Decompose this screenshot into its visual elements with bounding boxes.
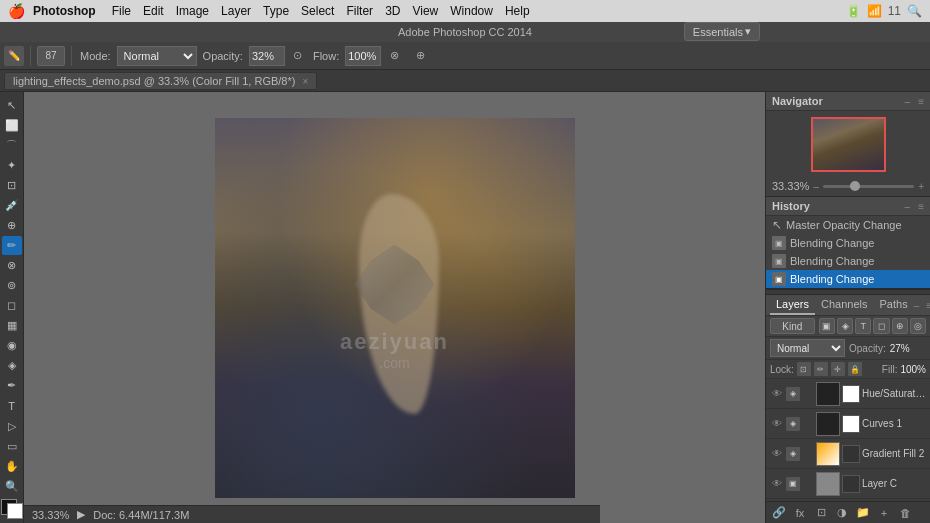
lasso-tool[interactable]: ⌒: [2, 136, 22, 154]
layer-filter-pixel[interactable]: ▣: [819, 318, 835, 334]
hand-tool[interactable]: ✋: [2, 457, 22, 475]
magic-wand-tool[interactable]: ✦: [2, 156, 22, 174]
eyedropper-tool[interactable]: 💉: [2, 196, 22, 214]
opacity-input[interactable]: [249, 46, 285, 66]
tab-paths[interactable]: Paths: [874, 295, 914, 315]
navigator-close-icon[interactable]: –: [905, 96, 911, 107]
mode-select[interactable]: Normal: [117, 46, 197, 66]
layer-kind-filter[interactable]: Kind: [770, 318, 815, 334]
menu-view[interactable]: View: [412, 4, 438, 18]
history-cursor-icon: ↖: [772, 218, 782, 232]
history-close-icon[interactable]: –: [905, 201, 911, 212]
brush-size-btn[interactable]: 87: [37, 46, 65, 66]
layer-visibility-toggle[interactable]: 👁: [770, 477, 784, 491]
layer-link-icon[interactable]: 🔗: [770, 505, 788, 521]
layer-filter-adj[interactable]: ◈: [837, 318, 853, 334]
document-tab[interactable]: lighting_effects_demo.psd @ 33.3% (Color…: [4, 72, 317, 90]
dodge-tool[interactable]: ◈: [2, 357, 22, 375]
history-item-blending-3[interactable]: ▣ Blending Change: [766, 270, 930, 288]
brush-tool-icon[interactable]: ✏️: [4, 46, 24, 66]
add-layer-style-icon[interactable]: fx: [791, 505, 809, 521]
foreground-background-colors[interactable]: [1, 499, 23, 519]
menu-type[interactable]: Type: [263, 4, 289, 18]
blur-tool[interactable]: ◉: [2, 337, 22, 355]
history-item-blending-1[interactable]: ▣ Blending Change: [766, 234, 930, 252]
right-panel: Navigator – ≡ 33.33% – + History: [765, 92, 930, 523]
lock-transparency-icon[interactable]: ⊡: [797, 362, 811, 376]
tab-layers[interactable]: Layers: [770, 295, 815, 315]
menu-edit[interactable]: Edit: [143, 4, 164, 18]
path-select-tool[interactable]: ▷: [2, 417, 22, 435]
zoom-tool[interactable]: 🔍: [2, 477, 22, 495]
tablet-pressure-icon[interactable]: ⊕: [411, 47, 429, 65]
menu-filter[interactable]: Filter: [346, 4, 373, 18]
move-tool[interactable]: ↖: [2, 96, 22, 114]
add-mask-icon[interactable]: ⊡: [812, 505, 830, 521]
tab-channels[interactable]: Channels: [815, 295, 873, 315]
clone-stamp-tool[interactable]: ⊗: [2, 257, 22, 275]
menu-file[interactable]: File: [112, 4, 131, 18]
flow-input[interactable]: [345, 46, 381, 66]
opacity-label: Opacity:: [849, 343, 886, 354]
layer-visibility-toggle[interactable]: 👁: [770, 447, 784, 461]
menu-layer[interactable]: Layer: [221, 4, 251, 18]
crop-tool[interactable]: ⊡: [2, 176, 22, 194]
zoom-arrow-icon[interactable]: ▶: [77, 508, 85, 521]
delete-layer-icon[interactable]: 🗑: [896, 505, 914, 521]
layer-filter-smart[interactable]: ⊕: [892, 318, 908, 334]
eraser-tool[interactable]: ◻: [2, 297, 22, 315]
search-icon[interactable]: 🔍: [907, 4, 922, 18]
lock-all-icon[interactable]: 🔒: [848, 362, 862, 376]
menu-3d[interactable]: 3D: [385, 4, 400, 18]
zoom-in-icon[interactable]: +: [918, 181, 924, 192]
type-tool[interactable]: T: [2, 397, 22, 415]
create-group-icon[interactable]: 📁: [854, 505, 872, 521]
essentials-button[interactable]: Essentials ▾: [684, 22, 760, 41]
layer-filter-toggle[interactable]: ◎: [910, 318, 926, 334]
zoom-slider-thumb[interactable]: [850, 181, 860, 191]
canvas-area[interactable]: aeziyuan .com 33.33% ▶ Doc: 6.44M/117.3M: [24, 92, 765, 523]
brush-tool[interactable]: ✏: [2, 236, 22, 254]
layers-close-icon[interactable]: –: [914, 300, 920, 311]
layer-item-gradient-fill[interactable]: 👁 ◈ Gradient Fill 2: [766, 439, 930, 469]
navigator-menu-icon[interactable]: ≡: [918, 96, 924, 107]
create-layer-icon[interactable]: +: [875, 505, 893, 521]
create-adjustment-icon[interactable]: ◑: [833, 505, 851, 521]
layer-item-layer-c[interactable]: 👁 ▣ Layer C: [766, 469, 930, 499]
layer-visibility-toggle[interactable]: 👁: [770, 387, 784, 401]
history-menu-icon[interactable]: ≡: [918, 201, 924, 212]
layer-name-label: Gradient Fill 2: [862, 448, 926, 459]
layer-item-hue-saturation[interactable]: 👁 ◈ Hue/Saturation 1: [766, 379, 930, 409]
pen-tool[interactable]: ✒: [2, 377, 22, 395]
menu-image[interactable]: Image: [176, 4, 209, 18]
layer-filter-shape[interactable]: ◻: [873, 318, 889, 334]
lock-pixels-icon[interactable]: ✏: [814, 362, 828, 376]
lock-position-icon[interactable]: ✛: [831, 362, 845, 376]
menu-select[interactable]: Select: [301, 4, 334, 18]
apple-menu-icon[interactable]: 🍎: [8, 3, 25, 19]
marquee-tool[interactable]: ⬜: [2, 116, 22, 134]
layer-filter-type[interactable]: T: [855, 318, 871, 334]
history-item-blending-2[interactable]: ▣ Blending Change: [766, 252, 930, 270]
airbrush-icon[interactable]: ⊙: [289, 47, 307, 65]
menu-help[interactable]: Help: [505, 4, 530, 18]
layer-item-curves[interactable]: 👁 ◈ Curves 1: [766, 409, 930, 439]
background-color-swatch[interactable]: [7, 503, 23, 519]
layer-visibility-toggle[interactable]: 👁: [770, 417, 784, 431]
heal-tool[interactable]: ⊕: [2, 216, 22, 234]
gradient-tool[interactable]: ▦: [2, 317, 22, 335]
document-canvas[interactable]: [215, 118, 575, 498]
fill-value[interactable]: 100%: [900, 364, 926, 375]
tab-close-button[interactable]: ×: [303, 76, 309, 87]
smooth-icon[interactable]: ⊗: [385, 47, 403, 65]
navigator-thumbnail[interactable]: [811, 117, 886, 172]
zoom-out-icon[interactable]: –: [813, 181, 819, 192]
menu-window[interactable]: Window: [450, 4, 493, 18]
history-brush-tool[interactable]: ⊚: [2, 277, 22, 295]
zoom-slider[interactable]: [823, 185, 914, 188]
rectangle-tool[interactable]: ▭: [2, 437, 22, 455]
layer-lock-icon: [802, 448, 814, 460]
layers-menu-icon[interactable]: ≡: [926, 300, 930, 311]
blend-mode-select[interactable]: Normal: [770, 339, 845, 357]
opacity-value[interactable]: 27%: [890, 343, 910, 354]
